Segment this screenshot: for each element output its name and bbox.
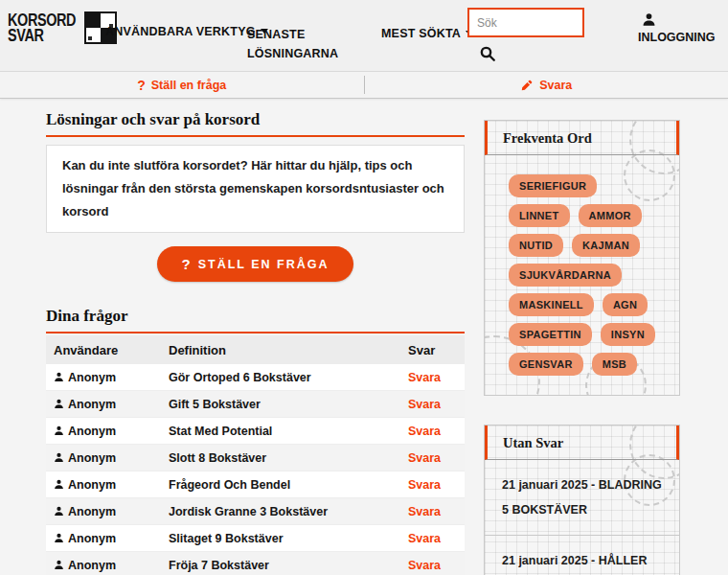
answer-cell: Svara xyxy=(400,425,465,438)
frequent-word-tag[interactable]: SERIEFIGUR xyxy=(509,174,597,197)
definition-cell: Slott 8 Bokstäver xyxy=(161,451,400,465)
user-name: Anonym xyxy=(68,451,116,465)
question-mark-icon: ? xyxy=(137,78,146,93)
svara-link[interactable]: Svara xyxy=(408,478,441,492)
questions-title: Dina frågor xyxy=(46,307,465,334)
frequent-word-tag[interactable]: AGN xyxy=(603,293,648,316)
questions-table: Användare Definition Svar Anonym Gör Ort… xyxy=(46,335,465,575)
user-icon xyxy=(54,452,64,463)
unanswered-list: 21 januari 2025 - BLADRING 5 BOKSTÄVER 2… xyxy=(485,460,679,575)
ask-question-link[interactable]: ? Ställ en fråga xyxy=(0,72,364,98)
user-name: Anonym xyxy=(68,425,116,438)
sidebar: Frekventa Ord SERIEFIGUR LINNET AMMOR NU… xyxy=(484,110,680,575)
pen-icon xyxy=(520,79,534,92)
svara-link[interactable]: Svara xyxy=(408,398,441,411)
definition-cell: Jordisk Granne 3 Bokstäver xyxy=(161,505,400,518)
question-mark-icon: ? xyxy=(182,256,191,272)
user-icon xyxy=(54,479,64,490)
left-column: Lösningar och svar på korsord Kan du int… xyxy=(46,110,465,575)
answer-label: Svara xyxy=(539,79,572,92)
nav-latest-solutions[interactable]: SENASTE LÖSNINGARNA xyxy=(247,25,338,63)
user-name: Anonym xyxy=(68,371,116,384)
frequent-word-tag[interactable]: SJUKVÅRDARNA xyxy=(509,264,622,287)
frequent-word-tag[interactable]: MASKINELL xyxy=(509,293,594,316)
table-row: Anonym Jordisk Granne 3 Bokstäver Svara xyxy=(46,498,465,525)
login[interactable]: INLOGGNING xyxy=(638,12,716,44)
ask-question-label: Ställ en fråga xyxy=(151,79,227,92)
table-row: Anonym Gift 5 Bokstäver Svara xyxy=(46,391,465,418)
nav-latest-line2: LÖSNINGARNA xyxy=(247,47,338,60)
user-cell: Anonym xyxy=(46,478,161,492)
svara-link[interactable]: Svara xyxy=(408,532,441,545)
user-icon xyxy=(54,560,64,570)
user-icon xyxy=(54,372,64,382)
frequent-word-tag[interactable]: LINNET xyxy=(509,204,570,227)
answer-link[interactable]: Svara xyxy=(365,72,728,98)
unanswered-item[interactable]: 21 januari 2025 - HÅLLER EJ ARM VARM 9 B… xyxy=(485,536,679,575)
definition-cell: Gift 5 Bokstäver xyxy=(161,398,400,411)
frequent-word-tag[interactable]: KAJMAN xyxy=(572,234,640,257)
svara-link[interactable]: Svara xyxy=(408,505,441,518)
answer-cell: Svara xyxy=(400,478,465,492)
frequent-words-tags: SERIEFIGUR LINNET AMMOR NUTID KAJMAN SJU… xyxy=(485,155,679,395)
nav-most-label: MEST SÖKTA xyxy=(381,27,461,40)
definition-cell: Fröja 7 Bokstäver xyxy=(161,559,400,572)
header: KORSORD SVAR ANVÄNDBARA VERKTYG SENASTE … xyxy=(0,0,728,72)
nav-most-searched[interactable]: MEST SÖKTA xyxy=(381,27,473,40)
user-cell: Anonym xyxy=(46,371,161,384)
definition-cell: Stat Med Potential xyxy=(161,425,400,438)
user-name: Anonym xyxy=(68,478,116,492)
svara-link[interactable]: Svara xyxy=(408,371,441,384)
definition-cell: Slitaget 9 Bokstäver xyxy=(161,532,400,545)
intro-box: Kan du inte slutföra korsordet? Här hitt… xyxy=(46,145,465,233)
ask-button-label: STÄLL EN FRÅGA xyxy=(198,258,330,271)
table-row: Anonym Gör Ortoped 6 Bokstäver Svara xyxy=(46,364,465,391)
user-cell: Anonym xyxy=(46,559,161,572)
user-cell: Anonym xyxy=(46,532,161,545)
table-row: Anonym Slitaget 9 Bokstäver Svara xyxy=(46,525,465,552)
logo[interactable]: KORSORD SVAR xyxy=(8,12,117,44)
button-row: ? STÄLL EN FRÅGA xyxy=(46,246,465,282)
table-row: Anonym Slott 8 Bokstäver Svara xyxy=(46,445,465,472)
login-label: INLOGGNING xyxy=(638,31,716,44)
user-cell: Anonym xyxy=(46,398,161,411)
search-icon[interactable] xyxy=(479,44,498,63)
user-icon xyxy=(54,533,64,543)
unanswered-item[interactable]: 21 januari 2025 - BLADRING 5 BOKSTÄVER xyxy=(485,460,679,536)
user-cell: Anonym xyxy=(46,505,161,518)
frequent-word-tag[interactable]: MSB xyxy=(592,353,637,376)
frequent-words-title: Frekventa Ord xyxy=(485,121,679,155)
unanswered-panel: Utan Svar 21 januari 2025 - BLADRING 5 B… xyxy=(484,425,680,575)
frequent-words-panel: Frekventa Ord SERIEFIGUR LINNET AMMOR NU… xyxy=(484,120,680,396)
answer-cell: Svara xyxy=(400,371,465,384)
answer-cell: Svara xyxy=(400,559,465,572)
user-name: Anonym xyxy=(68,398,116,411)
user-icon xyxy=(54,399,64,409)
nav-latest-line1: SENASTE xyxy=(247,28,305,41)
unanswered-title: Utan Svar xyxy=(485,426,679,460)
table-row: Anonym Frågeord Och Bendel Svara xyxy=(46,472,465,498)
frequent-word-tag[interactable]: GENSVAR xyxy=(509,353,583,376)
frequent-word-tag[interactable]: NUTID xyxy=(509,234,563,257)
answer-cell: Svara xyxy=(400,398,465,411)
answer-cell: Svara xyxy=(400,451,465,465)
ask-question-button[interactable]: ? STÄLL EN FRÅGA xyxy=(157,246,354,282)
search-input[interactable] xyxy=(467,8,584,37)
frequent-word-tag[interactable]: INSYN xyxy=(601,323,655,346)
definition-cell: Frågeord Och Bendel xyxy=(161,478,400,492)
answer-cell: Svara xyxy=(400,505,465,518)
table-header-row: Användare Definition Svar xyxy=(46,335,465,364)
svara-link[interactable]: Svara xyxy=(408,559,441,572)
frequent-word-tag[interactable]: AMMOR xyxy=(579,204,642,227)
frequent-word-tag[interactable]: SPAGETTIN xyxy=(509,323,592,346)
nav-tools-label: ANVÄNDBARA VERKTYG xyxy=(105,25,256,38)
svara-link[interactable]: Svara xyxy=(408,425,441,438)
user-icon xyxy=(54,506,64,517)
col-header-definition: Definition xyxy=(161,343,400,357)
answer-cell: Svara xyxy=(400,532,465,545)
svara-link[interactable]: Svara xyxy=(408,451,441,465)
logo-text: KORSORD SVAR xyxy=(8,12,76,43)
action-bar: ? Ställ en fråga Svara xyxy=(0,72,728,99)
user-icon xyxy=(642,12,656,27)
nav-useful-tools[interactable]: ANVÄNDBARA VERKTYG xyxy=(105,25,268,38)
